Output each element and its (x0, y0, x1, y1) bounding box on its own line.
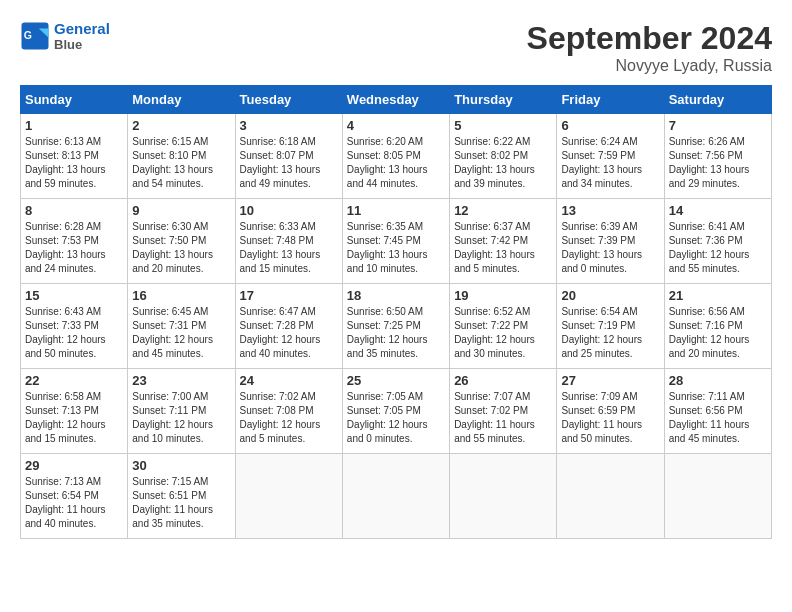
day-number: 11 (347, 203, 445, 218)
day-info: Sunrise: 7:09 AMSunset: 6:59 PMDaylight:… (561, 390, 659, 446)
calendar-cell: 14Sunrise: 6:41 AMSunset: 7:36 PMDayligh… (664, 199, 771, 284)
week-row-1: 1Sunrise: 6:13 AMSunset: 8:13 PMDaylight… (21, 114, 772, 199)
weekday-friday: Friday (557, 86, 664, 114)
calendar-cell: 10Sunrise: 6:33 AMSunset: 7:48 PMDayligh… (235, 199, 342, 284)
calendar-cell: 4Sunrise: 6:20 AMSunset: 8:05 PMDaylight… (342, 114, 449, 199)
day-number: 19 (454, 288, 552, 303)
day-number: 30 (132, 458, 230, 473)
calendar-cell: 23Sunrise: 7:00 AMSunset: 7:11 PMDayligh… (128, 369, 235, 454)
day-number: 6 (561, 118, 659, 133)
day-info: Sunrise: 7:00 AMSunset: 7:11 PMDaylight:… (132, 390, 230, 446)
day-info: Sunrise: 6:24 AMSunset: 7:59 PMDaylight:… (561, 135, 659, 191)
logo-icon: G (20, 21, 50, 51)
calendar-cell (557, 454, 664, 539)
day-number: 10 (240, 203, 338, 218)
day-info: Sunrise: 7:11 AMSunset: 6:56 PMDaylight:… (669, 390, 767, 446)
week-row-5: 29Sunrise: 7:13 AMSunset: 6:54 PMDayligh… (21, 454, 772, 539)
day-number: 16 (132, 288, 230, 303)
location-title: Novyye Lyady, Russia (527, 57, 772, 75)
day-info: Sunrise: 6:20 AMSunset: 8:05 PMDaylight:… (347, 135, 445, 191)
day-info: Sunrise: 6:30 AMSunset: 7:50 PMDaylight:… (132, 220, 230, 276)
calendar-cell: 20Sunrise: 6:54 AMSunset: 7:19 PMDayligh… (557, 284, 664, 369)
calendar-cell: 17Sunrise: 6:47 AMSunset: 7:28 PMDayligh… (235, 284, 342, 369)
day-number: 8 (25, 203, 123, 218)
calendar-cell: 15Sunrise: 6:43 AMSunset: 7:33 PMDayligh… (21, 284, 128, 369)
day-number: 27 (561, 373, 659, 388)
calendar-cell: 22Sunrise: 6:58 AMSunset: 7:13 PMDayligh… (21, 369, 128, 454)
day-info: Sunrise: 6:26 AMSunset: 7:56 PMDaylight:… (669, 135, 767, 191)
calendar-cell: 12Sunrise: 6:37 AMSunset: 7:42 PMDayligh… (450, 199, 557, 284)
day-info: Sunrise: 6:22 AMSunset: 8:02 PMDaylight:… (454, 135, 552, 191)
day-number: 15 (25, 288, 123, 303)
calendar-cell: 27Sunrise: 7:09 AMSunset: 6:59 PMDayligh… (557, 369, 664, 454)
calendar-cell: 2Sunrise: 6:15 AMSunset: 8:10 PMDaylight… (128, 114, 235, 199)
day-number: 12 (454, 203, 552, 218)
weekday-tuesday: Tuesday (235, 86, 342, 114)
calendar-cell: 30Sunrise: 7:15 AMSunset: 6:51 PMDayligh… (128, 454, 235, 539)
day-number: 3 (240, 118, 338, 133)
calendar-cell: 16Sunrise: 6:45 AMSunset: 7:31 PMDayligh… (128, 284, 235, 369)
day-number: 26 (454, 373, 552, 388)
weekday-monday: Monday (128, 86, 235, 114)
day-info: Sunrise: 7:13 AMSunset: 6:54 PMDaylight:… (25, 475, 123, 531)
day-info: Sunrise: 6:18 AMSunset: 8:07 PMDaylight:… (240, 135, 338, 191)
calendar-cell: 7Sunrise: 6:26 AMSunset: 7:56 PMDaylight… (664, 114, 771, 199)
header: G General Blue September 2024 Novyye Lya… (20, 20, 772, 75)
day-info: Sunrise: 6:33 AMSunset: 7:48 PMDaylight:… (240, 220, 338, 276)
calendar-cell: 11Sunrise: 6:35 AMSunset: 7:45 PMDayligh… (342, 199, 449, 284)
svg-text:G: G (24, 29, 32, 41)
day-number: 13 (561, 203, 659, 218)
day-info: Sunrise: 6:37 AMSunset: 7:42 PMDaylight:… (454, 220, 552, 276)
day-info: Sunrise: 6:13 AMSunset: 8:13 PMDaylight:… (25, 135, 123, 191)
day-info: Sunrise: 7:07 AMSunset: 7:02 PMDaylight:… (454, 390, 552, 446)
day-number: 18 (347, 288, 445, 303)
calendar: SundayMondayTuesdayWednesdayThursdayFrid… (20, 85, 772, 539)
calendar-cell: 28Sunrise: 7:11 AMSunset: 6:56 PMDayligh… (664, 369, 771, 454)
calendar-cell: 21Sunrise: 6:56 AMSunset: 7:16 PMDayligh… (664, 284, 771, 369)
logo-text: General Blue (54, 20, 110, 52)
day-number: 20 (561, 288, 659, 303)
week-row-3: 15Sunrise: 6:43 AMSunset: 7:33 PMDayligh… (21, 284, 772, 369)
weekday-sunday: Sunday (21, 86, 128, 114)
calendar-cell: 13Sunrise: 6:39 AMSunset: 7:39 PMDayligh… (557, 199, 664, 284)
day-info: Sunrise: 6:28 AMSunset: 7:53 PMDaylight:… (25, 220, 123, 276)
calendar-cell (664, 454, 771, 539)
calendar-cell (235, 454, 342, 539)
weekday-wednesday: Wednesday (342, 86, 449, 114)
calendar-cell: 25Sunrise: 7:05 AMSunset: 7:05 PMDayligh… (342, 369, 449, 454)
day-info: Sunrise: 6:58 AMSunset: 7:13 PMDaylight:… (25, 390, 123, 446)
calendar-cell: 9Sunrise: 6:30 AMSunset: 7:50 PMDaylight… (128, 199, 235, 284)
day-info: Sunrise: 6:54 AMSunset: 7:19 PMDaylight:… (561, 305, 659, 361)
day-info: Sunrise: 6:15 AMSunset: 8:10 PMDaylight:… (132, 135, 230, 191)
calendar-cell: 26Sunrise: 7:07 AMSunset: 7:02 PMDayligh… (450, 369, 557, 454)
day-number: 28 (669, 373, 767, 388)
weekday-thursday: Thursday (450, 86, 557, 114)
calendar-cell: 19Sunrise: 6:52 AMSunset: 7:22 PMDayligh… (450, 284, 557, 369)
calendar-cell: 3Sunrise: 6:18 AMSunset: 8:07 PMDaylight… (235, 114, 342, 199)
weekday-saturday: Saturday (664, 86, 771, 114)
day-number: 4 (347, 118, 445, 133)
day-info: Sunrise: 6:45 AMSunset: 7:31 PMDaylight:… (132, 305, 230, 361)
week-row-2: 8Sunrise: 6:28 AMSunset: 7:53 PMDaylight… (21, 199, 772, 284)
day-number: 23 (132, 373, 230, 388)
day-number: 5 (454, 118, 552, 133)
week-row-4: 22Sunrise: 6:58 AMSunset: 7:13 PMDayligh… (21, 369, 772, 454)
day-info: Sunrise: 6:52 AMSunset: 7:22 PMDaylight:… (454, 305, 552, 361)
day-number: 9 (132, 203, 230, 218)
day-number: 14 (669, 203, 767, 218)
day-info: Sunrise: 7:05 AMSunset: 7:05 PMDaylight:… (347, 390, 445, 446)
day-info: Sunrise: 7:02 AMSunset: 7:08 PMDaylight:… (240, 390, 338, 446)
calendar-cell: 29Sunrise: 7:13 AMSunset: 6:54 PMDayligh… (21, 454, 128, 539)
logo: G General Blue (20, 20, 110, 52)
day-number: 17 (240, 288, 338, 303)
day-number: 22 (25, 373, 123, 388)
day-info: Sunrise: 6:43 AMSunset: 7:33 PMDaylight:… (25, 305, 123, 361)
day-info: Sunrise: 6:41 AMSunset: 7:36 PMDaylight:… (669, 220, 767, 276)
day-info: Sunrise: 7:15 AMSunset: 6:51 PMDaylight:… (132, 475, 230, 531)
day-number: 21 (669, 288, 767, 303)
day-info: Sunrise: 6:50 AMSunset: 7:25 PMDaylight:… (347, 305, 445, 361)
month-title: September 2024 (527, 20, 772, 57)
calendar-cell: 1Sunrise: 6:13 AMSunset: 8:13 PMDaylight… (21, 114, 128, 199)
calendar-cell: 8Sunrise: 6:28 AMSunset: 7:53 PMDaylight… (21, 199, 128, 284)
day-number: 7 (669, 118, 767, 133)
